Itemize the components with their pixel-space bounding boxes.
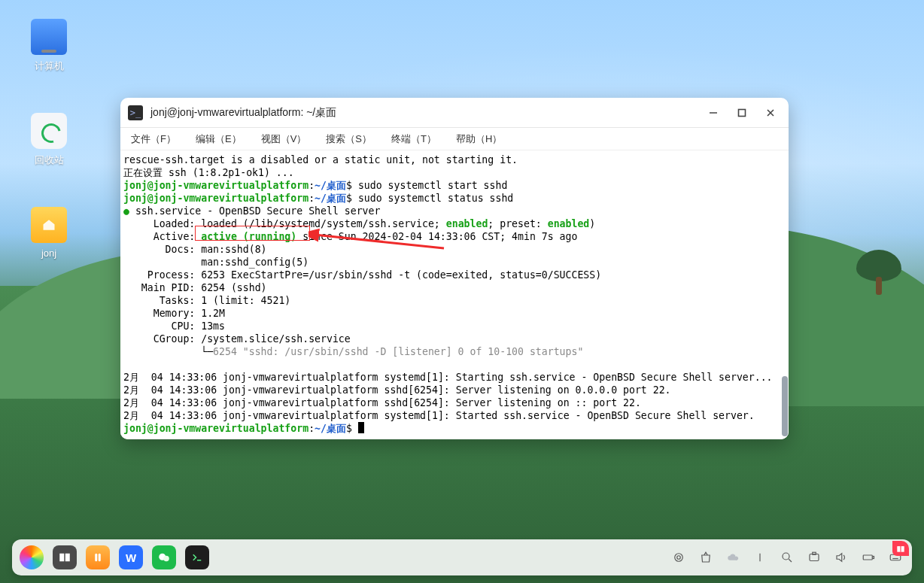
- taskbar-wechat-button[interactable]: [152, 545, 176, 569]
- window-titlebar[interactable]: >_ jonj@jonj-vmwarevirtualplatform: ~/桌面: [120, 98, 789, 128]
- menu-view[interactable]: 视图（V）: [260, 129, 309, 149]
- close-button[interactable]: [760, 102, 781, 123]
- svg-rect-0: [739, 109, 746, 116]
- status-dot-icon: ●: [123, 205, 129, 217]
- wps-icon-label: W: [126, 551, 136, 564]
- prompt-sep: :: [309, 193, 315, 204]
- term-line: ): [589, 218, 595, 229]
- term-line: └─: [123, 346, 213, 357]
- desktop-icon-trash[interactable]: 回收站: [15, 113, 83, 167]
- tray-screenshot-icon[interactable]: [805, 548, 823, 566]
- trash-icon: [31, 113, 67, 149]
- svg-rect-16: [873, 557, 874, 559]
- term-line: 2月 04 14:33:06 jonj-vmwarevirtualplatfor…: [123, 410, 755, 421]
- term-line: Loaded: loaded (/lib/systemd/system/ssh.…: [123, 218, 446, 229]
- prompt-sep: :: [309, 180, 315, 191]
- menu-help[interactable]: 帮助（H）: [454, 129, 503, 149]
- menu-search[interactable]: 搜索（S）: [324, 129, 373, 149]
- menu-terminal[interactable]: 终端（T）: [390, 129, 438, 149]
- term-active-status: active (running): [201, 231, 296, 242]
- prompt-sym: $: [346, 423, 352, 434]
- prompt-cwd: ~/桌面: [315, 180, 346, 191]
- window-menubar: 文件（F） 编辑（E） 视图（V） 搜索（S） 终端（T） 帮助（H）: [120, 128, 789, 150]
- minimize-button[interactable]: [703, 102, 724, 123]
- prompt-sym: $: [346, 193, 352, 204]
- term-cmd: sudo systemctl status sshd: [352, 193, 513, 204]
- term-line: Main PID: 6254 (sshd): [123, 282, 267, 293]
- maximize-button[interactable]: [731, 102, 752, 123]
- prompt-user-host: jonj@jonj-vmwarevirtualplatform: [123, 423, 309, 434]
- term-cmd: sudo systemctl start sshd: [352, 180, 507, 191]
- taskbar-wps-button[interactable]: W: [119, 545, 143, 569]
- svg-rect-5: [99, 554, 101, 562]
- term-line: CGroup: /system.slice/ssh.service: [123, 333, 351, 345]
- term-line: 2月 04 14:33:06 jonj-vmwarevirtualplatfor…: [123, 372, 773, 383]
- taskbar-notification-badge[interactable]: [892, 541, 909, 556]
- prompt-user-host: jonj@jonj-vmwarevirtualplatform: [123, 180, 309, 191]
- window-title: jonj@jonj-vmwarevirtualplatform: ~/桌面: [150, 106, 695, 120]
- computer-icon: [31, 19, 67, 55]
- tray-volume-icon[interactable]: [832, 548, 850, 566]
- taskbar-terminal-button[interactable]: [185, 545, 209, 569]
- tray-cloud-icon[interactable]: [724, 548, 742, 566]
- taskbar-multitask-button[interactable]: [53, 545, 77, 569]
- term-line: Docs: man:sshd(8): [123, 244, 267, 255]
- gift-icon: [895, 543, 906, 554]
- desktop-icon-label: 计算机: [15, 59, 83, 73]
- prompt-sep: :: [309, 423, 315, 434]
- term-line: ssh.service - OpenBSD Secure Shell serve…: [129, 205, 380, 217]
- svg-rect-3: [65, 554, 70, 562]
- prompt-user-host: jonj@jonj-vmwarevirtualplatform: [123, 193, 309, 204]
- desktop-icon-computer[interactable]: 计算机: [15, 19, 83, 73]
- tray-battery-icon[interactable]: [859, 548, 877, 566]
- svg-point-9: [677, 556, 681, 560]
- term-cgroup-child: 6254 "sshd: /usr/sbin/sshd -D [listener]…: [213, 346, 583, 357]
- scrollbar-thumb[interactable]: [782, 376, 788, 436]
- terminal-cursor: [358, 422, 364, 433]
- term-line: 2月 04 14:33:06 jonj-vmwarevirtualplatfor…: [123, 384, 671, 396]
- term-line: rescue-ssh.target is a disabled or a sta…: [123, 154, 518, 165]
- term-line: Process: 6253 ExecStartPre=/usr/sbin/ssh…: [123, 269, 601, 281]
- term-line: man:sshd_config(5): [123, 257, 309, 268]
- svg-rect-2: [59, 554, 64, 562]
- svg-rect-4: [95, 554, 97, 562]
- tray-ai-icon[interactable]: [670, 548, 688, 566]
- terminal-output[interactable]: rescue-ssh.target is a disabled or a sta…: [120, 150, 781, 438]
- prompt-cwd: ~/桌面: [315, 423, 346, 434]
- term-line: CPU: 13ms: [123, 320, 225, 332]
- desktop-icon-label: jonj: [15, 247, 83, 259]
- menu-file[interactable]: 文件（F）: [129, 129, 178, 149]
- svg-line-12: [789, 559, 792, 562]
- prompt-cwd: ~/桌面: [315, 193, 346, 204]
- term-line: Active:: [123, 231, 201, 242]
- terminal-window: >_ jonj@jonj-vmwarevirtualplatform: ~/桌面…: [120, 98, 789, 439]
- svg-point-11: [783, 553, 789, 560]
- menu-edit[interactable]: 编辑（E）: [194, 129, 243, 149]
- taskbar-file-manager-button[interactable]: [86, 545, 110, 569]
- svg-point-7: [163, 556, 169, 562]
- term-line: since Sun 2024-02-04 14:33:06 CST; 4min …: [296, 231, 577, 242]
- desktop-icon-home-folder[interactable]: jonj: [15, 207, 83, 259]
- taskbar: W: [12, 539, 912, 575]
- svg-rect-15: [863, 555, 872, 560]
- term-line: Memory: 1.2M: [123, 308, 225, 319]
- svg-point-8: [675, 554, 683, 562]
- tray-separator: [751, 548, 769, 566]
- prompt-sym: $: [346, 180, 352, 191]
- tray-store-icon[interactable]: [697, 548, 715, 566]
- tray-search-icon[interactable]: [778, 548, 796, 566]
- term-line: 正在设置 ssh (1:8.2p1-ok1) ...: [123, 167, 294, 178]
- wallpaper-tree: [856, 250, 901, 295]
- term-line: 2月 04 14:33:06 jonj-vmwarevirtualplatfor…: [123, 397, 641, 408]
- svg-rect-14: [813, 552, 816, 554]
- term-enabled: enabled: [548, 218, 590, 229]
- taskbar-launcher-button[interactable]: [20, 545, 44, 569]
- terminal-app-icon: >_: [128, 105, 143, 120]
- term-line: Tasks: 1 (limit: 4521): [123, 295, 290, 306]
- desktop-icon-label: 回收站: [15, 153, 83, 167]
- folder-home-icon: [31, 207, 67, 243]
- term-line: ; preset:: [488, 218, 547, 229]
- term-enabled: enabled: [446, 218, 488, 229]
